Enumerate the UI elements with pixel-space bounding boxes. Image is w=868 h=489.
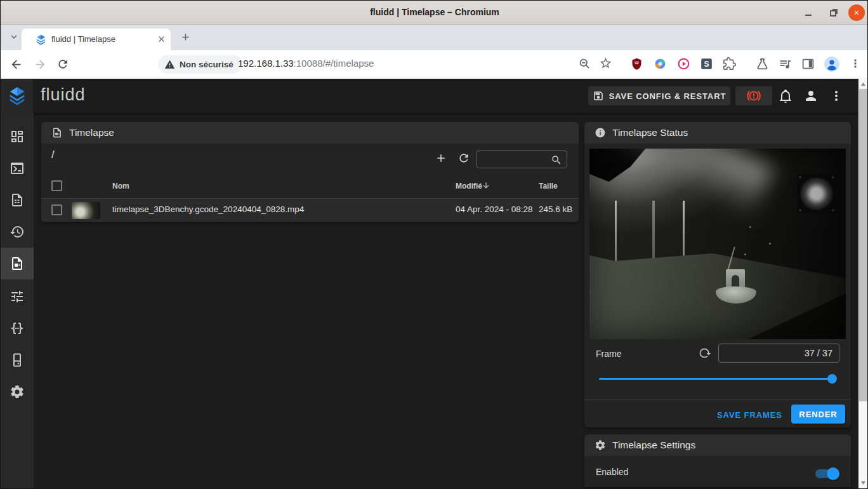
file-search-box[interactable]	[477, 151, 567, 168]
file-video-icon	[10, 256, 25, 271]
scroll-down-icon[interactable]	[860, 480, 866, 486]
table-row[interactable]: timelapse_3DBenchy.gcode_20240404_0828.m…	[41, 199, 579, 222]
tab-search-button[interactable]	[8, 31, 20, 43]
svg-text:S: S	[704, 60, 709, 69]
media-playlist-icon	[779, 57, 792, 70]
window-titlebar[interactable]: fluidd | Timelapse – Chromium	[1, 1, 868, 25]
frame-label: Frame	[596, 349, 621, 359]
sidebar-item-timelapse[interactable]	[1, 248, 34, 279]
close-icon	[853, 9, 860, 17]
browser-menu-button[interactable]	[849, 57, 862, 70]
media-controls-button[interactable]	[779, 57, 792, 70]
gear-icon	[10, 384, 25, 399]
select-all-checkbox[interactable]	[51, 180, 62, 191]
fluidd-favicon	[36, 34, 46, 45]
file-panel-title: Timelapse	[69, 127, 114, 138]
extension-ublock-button[interactable]	[630, 57, 643, 70]
refresh-icon	[457, 152, 470, 164]
save-config-restart-label: SAVE CONFIG & RESTART	[609, 91, 727, 101]
settings-panel-header: Timelapse Settings	[584, 434, 851, 456]
app-menu-button[interactable]	[829, 88, 844, 104]
play-circle-icon	[677, 57, 690, 70]
frame-slider-track[interactable]	[599, 378, 836, 380]
experiments-button[interactable]	[756, 57, 769, 70]
render-button[interactable]: RENDER	[791, 405, 845, 424]
file-name: timelapse_3DBenchy.gcode_20240404_0828.m…	[112, 204, 304, 214]
back-button[interactable]	[10, 58, 23, 71]
file-search-input[interactable]	[482, 152, 549, 166]
status-panel-title: Timelapse Status	[612, 127, 688, 138]
gear-icon	[595, 439, 606, 451]
restore-button[interactable]	[825, 4, 842, 21]
scrollbar-thumb[interactable]	[859, 89, 867, 401]
sidebar-item-console[interactable]	[1, 152, 34, 184]
extension-play-button[interactable]	[677, 57, 690, 70]
restore-icon	[829, 8, 838, 17]
profile-button[interactable]	[824, 56, 840, 72]
save-config-restart-button[interactable]: SAVE CONFIG & RESTART	[588, 86, 730, 105]
history-icon	[10, 224, 25, 239]
settings-panel-title: Timelapse Settings	[612, 439, 695, 451]
fluidd-logo	[8, 86, 27, 105]
window-title: fluidd | Timelapse – Chromium	[1, 1, 868, 24]
tune-icon	[10, 289, 25, 304]
zoom-out-page-button[interactable]	[578, 57, 591, 70]
account-button[interactable]	[803, 88, 819, 104]
warning-triangle-icon	[164, 59, 175, 70]
close-button[interactable]	[848, 4, 865, 21]
refresh-files-button[interactable]	[457, 152, 470, 164]
notifications-button[interactable]	[778, 88, 793, 104]
reload-button[interactable]	[56, 58, 69, 70]
server-tower-icon	[10, 352, 25, 368]
star-icon	[599, 57, 612, 70]
status-panel-header: Timelapse Status	[584, 122, 851, 144]
person-icon	[803, 88, 819, 104]
sidebar-nav	[1, 113, 34, 488]
frame-reset-button[interactable]	[699, 347, 711, 359]
url-path: :10088/#/timelapse	[294, 58, 374, 69]
extension-s-button[interactable]: S	[700, 57, 713, 70]
timelapse-thumbnail	[72, 202, 100, 219]
extensions-button[interactable]	[723, 57, 736, 70]
column-header-name[interactable]: Nom	[112, 182, 129, 191]
minimize-button[interactable]	[800, 4, 817, 21]
console-icon	[10, 161, 25, 176]
side-panel-button[interactable]	[801, 57, 815, 70]
security-chip-label: Non sécurisé	[180, 60, 233, 69]
zoom-out-icon	[578, 57, 591, 70]
app-logo-block[interactable]	[1, 79, 34, 113]
column-header-modified[interactable]: Modifié	[456, 182, 482, 191]
gcode-file-icon	[10, 192, 25, 208]
sidebar-item-gcode-files[interactable]	[1, 184, 34, 216]
kebab-menu-icon	[849, 57, 862, 70]
security-chip[interactable]: Non sécurisé	[158, 55, 242, 74]
avatar	[824, 56, 840, 72]
scroll-up-icon[interactable]	[860, 81, 866, 87]
save-frames-button[interactable]: SAVE FRAMES	[717, 410, 782, 420]
tab-close-button[interactable]	[157, 34, 166, 44]
omnibox[interactable]: Non sécurisé 192.168.1.33:10088/#/timela…	[76, 50, 621, 79]
row-checkbox[interactable]	[51, 204, 62, 215]
sidebar-item-system[interactable]	[1, 344, 34, 376]
forward-button[interactable]	[34, 58, 47, 71]
emergency-stop-button[interactable]	[735, 86, 772, 105]
sidebar-item-settings[interactable]	[1, 376, 34, 408]
close-icon	[157, 34, 166, 44]
frame-slider-thumb[interactable]	[827, 374, 837, 384]
sidebar-item-history[interactable]	[1, 216, 34, 248]
browser-tab[interactable]: fluidd | Timelapse	[22, 29, 171, 50]
search-icon	[551, 154, 562, 166]
new-tab-button[interactable]	[180, 32, 191, 43]
sidebar-item-configuration[interactable]	[1, 312, 34, 344]
extension-globe-button[interactable]	[654, 57, 667, 70]
column-header-size[interactable]: Taille	[539, 182, 558, 191]
sidebar-item-tune[interactable]	[1, 281, 34, 312]
sidebar-item-dashboard[interactable]	[1, 121, 34, 152]
app-bar: fluidd SAVE CONFIG & RESTART	[1, 79, 868, 113]
enabled-label: Enabled	[596, 467, 628, 477]
enabled-toggle-thumb[interactable]	[827, 467, 839, 480]
bookmark-button[interactable]	[599, 57, 612, 70]
add-file-button[interactable]	[435, 152, 447, 164]
tab-title: fluidd | Timelapse	[51, 34, 115, 44]
frame-input[interactable]	[719, 344, 839, 362]
